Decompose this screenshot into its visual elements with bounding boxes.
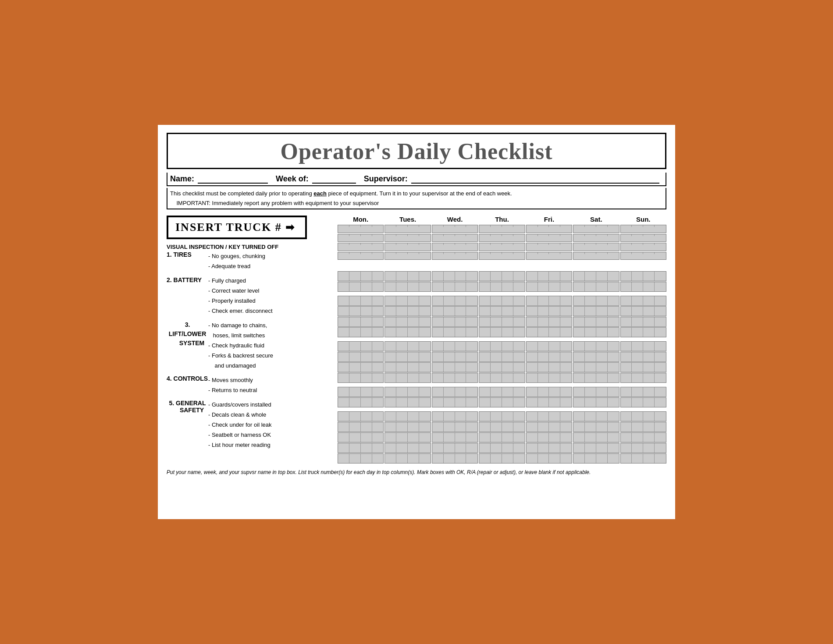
grid-cell[interactable] [396, 443, 408, 453]
grid-cell[interactable] [444, 373, 455, 382]
grid-cell[interactable] [502, 387, 513, 396]
grid-cell[interactable] [573, 373, 585, 382]
grid-cell[interactable] [361, 243, 372, 245]
grid-cell[interactable] [608, 363, 619, 372]
grid-cell[interactable] [643, 363, 655, 372]
grid-cell[interactable] [608, 422, 619, 432]
grid-cell[interactable] [491, 443, 502, 453]
grid-cell[interactable] [466, 373, 477, 382]
grid-cell[interactable] [444, 352, 455, 361]
grid-cell[interactable] [560, 328, 572, 337]
grid-cell[interactable] [643, 307, 655, 316]
grid-cell[interactable] [466, 454, 477, 463]
grid-cell[interactable] [372, 234, 384, 236]
grid-cell[interactable] [527, 387, 538, 396]
grid-cell[interactable] [396, 398, 408, 407]
grid-cell[interactable] [573, 363, 585, 372]
grid-cell[interactable] [466, 243, 477, 245]
grid-cell[interactable] [479, 243, 491, 245]
grid-cell[interactable] [338, 373, 349, 382]
grid-cell[interactable] [372, 398, 384, 407]
grid-cell[interactable] [479, 454, 491, 463]
grid-cell[interactable] [338, 398, 349, 407]
grid-cell[interactable] [527, 433, 538, 442]
grid-cell[interactable] [491, 243, 502, 245]
grid-cell[interactable] [444, 272, 455, 281]
grid-cell[interactable] [549, 422, 560, 432]
grid-cell[interactable] [455, 307, 466, 316]
grid-cell[interactable] [338, 282, 349, 291]
grid-cell[interactable] [432, 225, 444, 227]
grid-cell[interactable] [573, 272, 585, 281]
grid-cell[interactable] [560, 342, 572, 351]
grid-cell[interactable] [444, 328, 455, 337]
grid-cell[interactable] [432, 398, 444, 407]
grid-cell[interactable] [479, 234, 491, 236]
grid-cell[interactable] [560, 282, 572, 291]
grid-cell[interactable] [527, 225, 538, 227]
grid-cell[interactable] [538, 398, 549, 407]
grid-cell[interactable] [560, 363, 572, 372]
grid-cell[interactable] [621, 398, 632, 407]
grid-cell[interactable] [596, 225, 608, 227]
grid-cell[interactable] [466, 307, 477, 316]
grid-cell[interactable] [372, 363, 384, 372]
grid-cell[interactable] [491, 307, 502, 316]
grid-cell[interactable] [432, 387, 444, 396]
grid-cell[interactable] [596, 243, 608, 245]
grid-cell[interactable] [502, 363, 513, 372]
grid-cell[interactable] [432, 282, 444, 291]
grid-cell[interactable] [643, 398, 655, 407]
grid-cell[interactable] [621, 307, 632, 316]
grid-cell[interactable] [643, 342, 655, 351]
grid-cell[interactable] [385, 422, 396, 432]
grid-cell[interactable] [549, 443, 560, 453]
grid-cell[interactable] [349, 433, 361, 442]
grid-cell[interactable] [560, 387, 572, 396]
grid-cell[interactable] [538, 296, 549, 305]
grid-cell[interactable] [396, 433, 408, 442]
grid-cell[interactable] [372, 272, 384, 281]
grid-cell[interactable] [585, 363, 596, 372]
grid-cell[interactable] [432, 342, 444, 351]
grid-cell[interactable] [491, 398, 502, 407]
grid-cell[interactable] [349, 363, 361, 372]
grid-cell[interactable] [621, 373, 632, 382]
grid-cell[interactable] [643, 225, 655, 227]
grid-cell[interactable] [361, 282, 372, 291]
grid-cell[interactable] [385, 373, 396, 382]
grid-cell[interactable] [408, 352, 419, 361]
grid-cell[interactable] [444, 443, 455, 453]
grid-cell[interactable] [385, 328, 396, 337]
grid-cell[interactable] [655, 328, 666, 337]
grid-cell[interactable] [408, 328, 419, 337]
grid-cell[interactable] [491, 272, 502, 281]
grid-cell[interactable] [621, 433, 632, 442]
grid-cell[interactable] [621, 328, 632, 337]
grid-cell[interactable] [361, 443, 372, 453]
grid-cell[interactable] [608, 342, 619, 351]
grid-cell[interactable] [596, 412, 608, 421]
grid-cell[interactable] [408, 307, 419, 316]
grid-cell[interactable] [502, 433, 513, 442]
grid-cell[interactable] [349, 225, 361, 227]
grid-cell[interactable] [396, 234, 408, 236]
grid-cell[interactable] [455, 352, 466, 361]
grid-cell[interactable] [361, 352, 372, 361]
grid-cell[interactable] [444, 282, 455, 291]
grid-cell[interactable] [349, 422, 361, 432]
grid-cell[interactable] [573, 234, 585, 236]
grid-cell[interactable] [632, 296, 643, 305]
grid-cell[interactable] [560, 433, 572, 442]
grid-cell[interactable] [608, 272, 619, 281]
grid-cell[interactable] [432, 272, 444, 281]
grid-cell[interactable] [338, 342, 349, 351]
grid-cell[interactable] [596, 328, 608, 337]
grid-cell[interactable] [419, 234, 431, 236]
week-input[interactable] [312, 175, 356, 184]
grid-cell[interactable] [527, 243, 538, 245]
grid-cell[interactable] [479, 352, 491, 361]
grid-cell[interactable] [372, 342, 384, 351]
grid-cell[interactable] [549, 272, 560, 281]
grid-cell[interactable] [419, 243, 431, 245]
